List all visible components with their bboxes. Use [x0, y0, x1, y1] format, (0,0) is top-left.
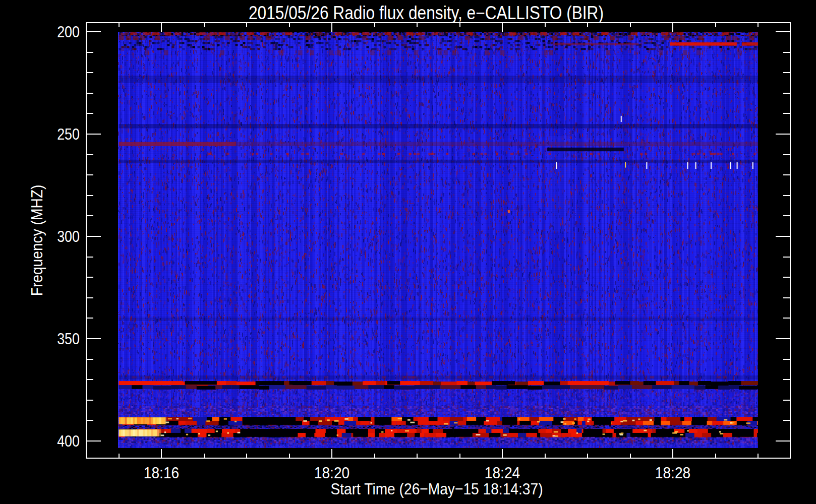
y-minor-tick-right [783, 93, 790, 94]
x-minor-tick-top [459, 23, 460, 27]
x-minor-tick-top [246, 23, 247, 27]
x-tick-label: 18:16 [144, 464, 179, 481]
x-major-tick [331, 449, 332, 458]
y-minor-tick [87, 379, 93, 380]
x-major-tick-top [672, 23, 673, 32]
y-minor-tick [87, 297, 93, 298]
y-major-tick-right [776, 31, 790, 32]
y-minor-tick-right [783, 400, 790, 401]
y-minor-tick [87, 420, 93, 421]
x-major-tick [502, 449, 503, 458]
y-tick-label: 250 [46, 125, 80, 143]
y-minor-tick-right [783, 195, 790, 196]
y-major-tick [87, 134, 101, 135]
y-minor-tick [87, 93, 93, 94]
x-minor-tick [204, 454, 205, 458]
y-minor-tick [87, 154, 93, 155]
y-axis-title: Frequency (MHZ) [28, 185, 46, 296]
plot-frame [86, 22, 791, 459]
x-minor-tick-top [587, 23, 588, 27]
y-major-tick [87, 31, 101, 32]
y-minor-tick-right [783, 52, 790, 53]
x-minor-tick-top [289, 23, 290, 27]
x-minor-tick [587, 454, 588, 458]
y-minor-tick-right [783, 154, 790, 155]
y-major-tick [87, 338, 101, 339]
y-minor-tick-right [783, 297, 790, 298]
y-minor-tick-right [783, 257, 790, 258]
y-minor-tick [87, 52, 93, 53]
y-major-tick-right [776, 440, 790, 442]
y-minor-tick-right [783, 318, 790, 319]
x-major-tick-top [331, 23, 332, 32]
y-minor-tick [87, 400, 93, 401]
y-tick-label: 300 [46, 228, 80, 245]
y-minor-tick [87, 72, 93, 73]
y-minor-tick [87, 113, 93, 114]
y-minor-tick-right [783, 359, 790, 360]
y-minor-tick-right [783, 277, 790, 278]
y-minor-tick [87, 277, 93, 278]
y-minor-tick-right [783, 379, 790, 380]
x-minor-tick-top [119, 23, 120, 27]
x-minor-tick [374, 454, 375, 458]
x-axis-title: Start Time (26−May−15 18:14:37) [330, 480, 543, 498]
x-minor-tick [630, 454, 631, 458]
x-minor-tick-top [715, 23, 716, 27]
x-minor-tick [545, 454, 546, 458]
y-minor-tick-right [783, 215, 790, 216]
y-minor-tick [87, 359, 93, 360]
x-tick-label: 18:28 [655, 464, 690, 481]
spectrogram-figure: 2015/05/26 Radio flux density, e−CALLIST… [0, 0, 816, 504]
x-major-tick-top [502, 23, 503, 32]
y-minor-tick-right [783, 72, 790, 73]
x-minor-tick [289, 454, 290, 458]
y-minor-tick [87, 195, 93, 196]
x-major-tick-top [161, 23, 162, 32]
y-minor-tick [87, 174, 93, 175]
x-tick-label: 18:24 [485, 464, 520, 481]
x-tick-label: 18:20 [314, 464, 349, 481]
y-minor-tick-right [783, 174, 790, 175]
x-minor-tick [757, 454, 759, 458]
x-minor-tick [715, 454, 716, 458]
chart-title: 2015/05/26 Radio flux density, e−CALLIST… [249, 3, 604, 24]
y-minor-tick-right [783, 113, 790, 114]
y-major-tick [87, 236, 101, 237]
x-minor-tick [459, 454, 460, 458]
y-major-tick [87, 440, 101, 442]
x-minor-tick [417, 454, 418, 458]
y-major-tick-right [776, 338, 790, 339]
x-minor-tick-top [630, 23, 631, 27]
x-minor-tick-top [417, 23, 418, 27]
y-major-tick-right [776, 236, 790, 237]
x-minor-tick [119, 454, 120, 458]
x-minor-tick-top [545, 23, 546, 27]
y-tick-label: 400 [46, 432, 80, 450]
y-minor-tick-right [783, 420, 790, 421]
y-minor-tick [87, 215, 93, 216]
x-minor-tick-top [757, 23, 759, 27]
x-major-tick [161, 449, 162, 458]
x-minor-tick [246, 454, 247, 458]
x-minor-tick-top [204, 23, 205, 27]
x-minor-tick-top [374, 23, 375, 27]
x-major-tick [672, 449, 673, 458]
y-tick-label: 200 [46, 23, 80, 40]
y-major-tick-right [776, 134, 790, 135]
y-minor-tick [87, 257, 93, 258]
y-tick-label: 350 [46, 330, 80, 347]
y-minor-tick [87, 318, 93, 319]
